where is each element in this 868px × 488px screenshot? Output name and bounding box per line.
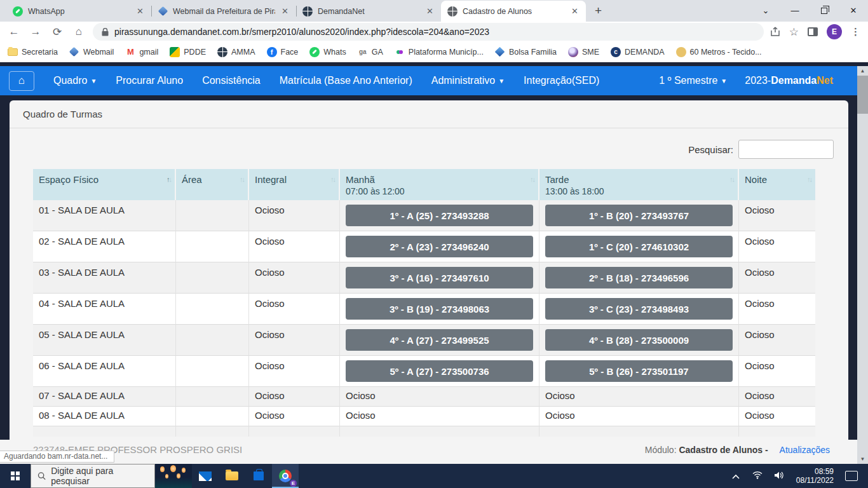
microsoft-store-icon[interactable] [245, 464, 272, 488]
bookmark-pdde[interactable]: PDDE [170, 47, 206, 57]
bookmark-amma[interactable]: AMMA [217, 47, 255, 57]
scroll-down-icon[interactable]: ▼ [857, 454, 868, 464]
nav-item-consistencia[interactable]: Consistência [202, 75, 261, 86]
column-header-manha[interactable]: Manhã↑↓07:00 às 12:00 [340, 169, 539, 200]
page-footer: 223748-EMEF PROFESSOR PROSPERO GRISI Mód… [0, 440, 868, 464]
turma-button[interactable]: 2º - B (18) - 273496596 [545, 267, 733, 288]
turma-button[interactable]: 5º - A (27) - 273500736 [346, 360, 533, 382]
show-hidden-icons-chevron[interactable] [726, 471, 745, 481]
semester-dropdown[interactable]: 1 º Semestre▼ [659, 75, 727, 86]
nav-item-integracao-sed[interactable]: Integração(SED) [524, 75, 599, 86]
noite-cell: Ocioso [739, 356, 815, 387]
integral-cell: Ocioso [249, 356, 340, 387]
restore-button[interactable] [810, 0, 839, 22]
bookmark-face[interactable]: fFace [267, 47, 299, 57]
cookie-icon [676, 47, 686, 57]
turma-button[interactable]: 1º - A (25) - 273493288 [346, 205, 533, 226]
bookmark-demanda[interactable]: cDEMANDA [611, 47, 665, 57]
atualizacoes-link[interactable]: Atualizações [780, 445, 830, 455]
file-explorer-icon[interactable] [219, 464, 245, 488]
nav-item-matricula[interactable]: Matrícula (Base Ano Anterior) [280, 75, 412, 86]
turma-button[interactable]: 3º - B (19) - 273498063 [346, 298, 533, 320]
news-widget-thumbnail[interactable] [155, 464, 192, 488]
turma-button[interactable]: 3º - C (23) - 273498493 [545, 298, 733, 320]
reload-icon[interactable]: ⟳ [50, 25, 65, 39]
scroll-up-icon[interactable]: ▲ [857, 66, 868, 76]
wifi-icon[interactable] [748, 471, 767, 481]
bookmark-secretaria[interactable]: Secretaria [8, 48, 58, 57]
sort-icon: ↑↓ [530, 175, 534, 183]
back-icon[interactable]: ← [6, 25, 22, 38]
volume-icon[interactable] [770, 471, 789, 482]
chrome-app-icon[interactable]: E [272, 464, 299, 488]
url-box[interactable]: pirassununga.demandanet.com.br/smerp2010… [93, 23, 764, 41]
turma-button[interactable]: 2º - A (23) - 273496240 [346, 236, 533, 257]
bookmark-ga[interactable]: gaGA [358, 47, 383, 57]
bookmark-sme[interactable]: SME [568, 47, 599, 57]
taskbar-clock[interactable]: 08:59 08/11/2022 [791, 467, 839, 485]
chevron-down-icon: ▼ [90, 78, 97, 85]
turma-button[interactable]: 4º - B (28) - 273500009 [545, 329, 733, 351]
new-tab-button[interactable]: + [586, 4, 611, 22]
search-input[interactable] [738, 140, 834, 159]
column-header-noite[interactable]: Noite↑↓ [739, 169, 815, 200]
close-tab-icon[interactable]: ✕ [280, 6, 290, 16]
column-header-espaco-fisico[interactable]: Espaço Físico↑↓ [33, 169, 176, 200]
home-icon[interactable]: ⌂ [71, 25, 86, 38]
gmail-icon: M [125, 47, 135, 57]
nav-item-procurar-aluno[interactable]: Procurar Aluno [116, 75, 183, 86]
forward-icon[interactable]: → [28, 25, 43, 38]
menu-dots-icon[interactable]: ⋮ [851, 26, 860, 37]
turma-button[interactable]: 5º - B (26) - 273501197 [545, 360, 733, 382]
close-tab-icon[interactable]: ✕ [135, 6, 145, 16]
bookmark-star-icon[interactable]: ☆ [789, 25, 799, 39]
share-icon[interactable] [770, 27, 780, 37]
noite-cell: Ocioso [739, 262, 815, 294]
tarde-cell: Ocioso [539, 387, 739, 407]
brand-logo: 2023-DemandaNet [745, 75, 833, 86]
tab-whatsapp[interactable]: WhatsApp ✕ [6, 1, 151, 22]
scrollbar-thumb[interactable] [857, 76, 868, 114]
column-header-area[interactable]: Área↑↓ [176, 169, 249, 200]
system-tray: 08:59 08/11/2022 [726, 464, 868, 488]
nav-item-administrativo[interactable]: Administrativo▼ [431, 75, 505, 86]
column-header-integral[interactable]: Integral↑↓ [249, 169, 340, 200]
page-scrollbar[interactable]: ▲ ▼ [857, 66, 868, 464]
manha-cell: Ocioso [340, 407, 539, 426]
table-row-partial [33, 426, 815, 437]
area-cell [176, 231, 249, 262]
bookmark-60-metros[interactable]: 60 Metros - Tecido... [676, 47, 762, 57]
turma-button[interactable]: 1º - C (20) - 274610302 [545, 236, 733, 257]
nav-home-button[interactable]: ⌂ [9, 71, 34, 91]
turma-button[interactable]: 1º - B (20) - 273493767 [545, 205, 733, 226]
tab-demandanet[interactable]: DemandaNet ✕ [296, 1, 441, 22]
start-button[interactable] [0, 464, 31, 488]
tab-webmail[interactable]: Webmail da Prefeitura de Pirassu ✕ [151, 1, 296, 22]
espaco-cell: 06 - SALA DE AULA [33, 356, 176, 387]
bookmark-plataforma[interactable]: Plataforma Municíp... [395, 47, 484, 57]
tab-cadastro-de-alunos[interactable]: Cadastro de Alunos ✕ [441, 1, 586, 22]
side-panel-icon[interactable] [808, 27, 818, 36]
bookmark-webmail[interactable]: Webmail [69, 47, 114, 57]
mail-app-icon[interactable] [192, 464, 219, 488]
bookmark-bolsa-familia[interactable]: Bolsa Familia [495, 47, 557, 57]
windows-taskbar: Digite aqui para pesquisar E 08:59 08/11… [0, 464, 868, 488]
bookmark-whats[interactable]: Whats [309, 47, 346, 57]
close-window-button[interactable]: ✕ [839, 0, 868, 22]
tab-search-icon[interactable]: ⌄ [751, 0, 780, 22]
sme-icon [568, 47, 578, 57]
action-center-icon[interactable] [845, 471, 858, 481]
manha-cell: 1º - A (25) - 273493288 [340, 200, 539, 231]
area-cell [176, 325, 249, 356]
turma-button[interactable]: 4º - A (27) - 273499525 [346, 329, 533, 351]
taskbar-search[interactable]: Digite aqui para pesquisar [31, 464, 155, 488]
column-header-tarde[interactable]: Tarde↑↓13:00 às 18:00 [539, 169, 739, 200]
nav-item-quadro[interactable]: Quadro▼ [53, 75, 97, 86]
minimize-button[interactable]: — [780, 0, 810, 22]
bookmark-gmail[interactable]: Mgmail [125, 47, 158, 57]
turmas-table: Espaço Físico↑↓ Área↑↓ Integral↑↓ Manhã↑… [33, 169, 815, 437]
profile-avatar[interactable]: E [827, 24, 842, 39]
turma-button[interactable]: 3º - A (16) - 273497610 [346, 267, 533, 288]
close-tab-icon[interactable]: ✕ [425, 6, 435, 16]
close-tab-icon[interactable]: ✕ [570, 6, 580, 16]
